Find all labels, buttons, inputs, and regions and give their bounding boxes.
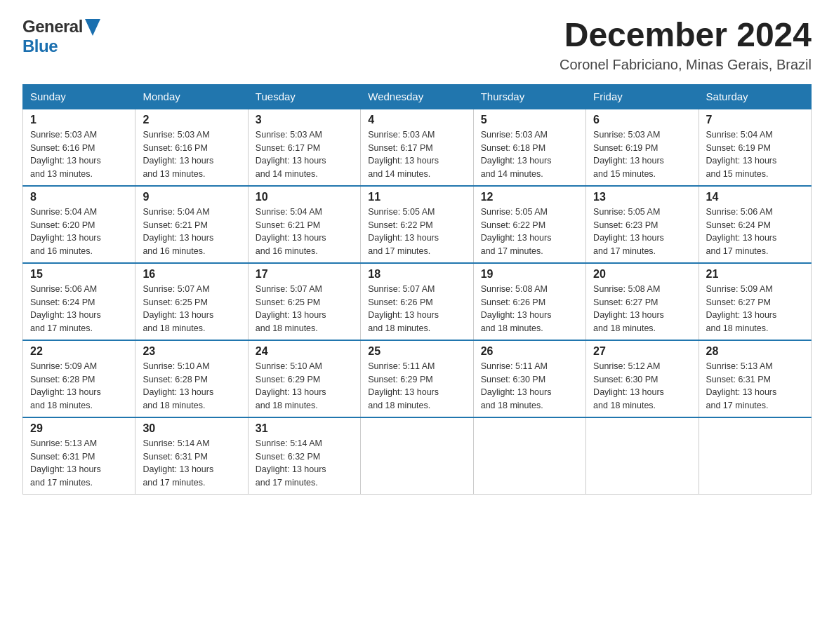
- day-info: Sunrise: 5:03 AM Sunset: 6:16 PM Dayligh…: [143, 128, 240, 181]
- day-info: Sunrise: 5:03 AM Sunset: 6:17 PM Dayligh…: [368, 128, 465, 181]
- calendar-week-row: 29 Sunrise: 5:13 AM Sunset: 6:31 PM Dayl…: [23, 417, 812, 495]
- day-number: 23: [143, 345, 240, 358]
- day-info: Sunrise: 5:10 AM Sunset: 6:28 PM Dayligh…: [143, 360, 240, 412]
- day-number: 15: [30, 268, 128, 281]
- calendar-cell: 6 Sunrise: 5:03 AM Sunset: 6:19 PM Dayli…: [586, 109, 699, 186]
- calendar-cell: 30 Sunrise: 5:14 AM Sunset: 6:31 PM Dayl…: [135, 417, 248, 495]
- day-number: 6: [593, 114, 691, 126]
- header: General Blue December 2024 Coronel Fabri…: [22, 17, 812, 73]
- day-info: Sunrise: 5:03 AM Sunset: 6:18 PM Dayligh…: [481, 128, 578, 181]
- day-info: Sunrise: 5:05 AM Sunset: 6:22 PM Dayligh…: [481, 206, 578, 258]
- weekday-header-sunday: Sunday: [23, 84, 135, 109]
- weekday-header-thursday: Thursday: [473, 84, 585, 109]
- calendar-cell: 27 Sunrise: 5:12 AM Sunset: 6:30 PM Dayl…: [586, 340, 699, 417]
- svg-marker-0: [85, 19, 100, 36]
- calendar-cell: [361, 417, 473, 495]
- day-number: 17: [256, 268, 353, 281]
- calendar-cell: 25 Sunrise: 5:11 AM Sunset: 6:29 PM Dayl…: [361, 340, 473, 417]
- day-info: Sunrise: 5:06 AM Sunset: 6:24 PM Dayligh…: [30, 283, 128, 335]
- day-number: 3: [256, 114, 353, 126]
- calendar-week-row: 8 Sunrise: 5:04 AM Sunset: 6:20 PM Dayli…: [23, 186, 812, 263]
- logo-triangle-icon: [85, 19, 100, 36]
- day-info: Sunrise: 5:07 AM Sunset: 6:25 PM Dayligh…: [143, 283, 240, 335]
- day-info: Sunrise: 5:03 AM Sunset: 6:17 PM Dayligh…: [256, 128, 353, 181]
- day-number: 8: [30, 191, 128, 203]
- calendar-cell: 8 Sunrise: 5:04 AM Sunset: 6:20 PM Dayli…: [23, 186, 135, 263]
- day-info: Sunrise: 5:09 AM Sunset: 6:27 PM Dayligh…: [706, 283, 804, 335]
- day-number: 5: [481, 114, 578, 126]
- day-number: 11: [368, 191, 465, 203]
- day-number: 12: [481, 191, 578, 203]
- day-number: 27: [593, 345, 691, 358]
- calendar-cell: 31 Sunrise: 5:14 AM Sunset: 6:32 PM Dayl…: [248, 417, 360, 495]
- logo: General Blue: [22, 17, 100, 56]
- day-number: 29: [30, 422, 128, 435]
- day-info: Sunrise: 5:03 AM Sunset: 6:19 PM Dayligh…: [593, 128, 691, 181]
- calendar-table: SundayMondayTuesdayWednesdayThursdayFrid…: [22, 84, 812, 495]
- calendar-cell: 20 Sunrise: 5:08 AM Sunset: 6:27 PM Dayl…: [586, 263, 699, 340]
- day-info: Sunrise: 5:14 AM Sunset: 6:32 PM Dayligh…: [256, 437, 353, 490]
- day-number: 7: [706, 114, 804, 126]
- day-number: 18: [368, 268, 465, 281]
- logo-blue-text: Blue: [22, 36, 58, 55]
- day-info: Sunrise: 5:04 AM Sunset: 6:19 PM Dayligh…: [706, 128, 804, 181]
- calendar-week-row: 15 Sunrise: 5:06 AM Sunset: 6:24 PM Dayl…: [23, 263, 812, 340]
- calendar-cell: 13 Sunrise: 5:05 AM Sunset: 6:23 PM Dayl…: [586, 186, 699, 263]
- day-number: 19: [481, 268, 578, 281]
- calendar-week-row: 1 Sunrise: 5:03 AM Sunset: 6:16 PM Dayli…: [23, 109, 812, 186]
- day-number: 25: [368, 345, 465, 358]
- location-subtitle: Coronel Fabriciano, Minas Gerais, Brazil: [560, 57, 812, 73]
- day-number: 1: [30, 114, 128, 126]
- day-number: 16: [143, 268, 240, 281]
- calendar-cell: [586, 417, 699, 495]
- calendar-cell: 7 Sunrise: 5:04 AM Sunset: 6:19 PM Dayli…: [699, 109, 811, 186]
- day-number: 22: [30, 345, 128, 358]
- weekday-header-saturday: Saturday: [699, 84, 811, 109]
- calendar-cell: 21 Sunrise: 5:09 AM Sunset: 6:27 PM Dayl…: [699, 263, 811, 340]
- calendar-cell: 11 Sunrise: 5:05 AM Sunset: 6:22 PM Dayl…: [361, 186, 473, 263]
- day-info: Sunrise: 5:12 AM Sunset: 6:30 PM Dayligh…: [593, 360, 691, 412]
- page-title: December 2024: [560, 17, 812, 54]
- day-info: Sunrise: 5:14 AM Sunset: 6:31 PM Dayligh…: [143, 437, 240, 490]
- day-info: Sunrise: 5:13 AM Sunset: 6:31 PM Dayligh…: [706, 360, 804, 412]
- calendar-cell: 18 Sunrise: 5:07 AM Sunset: 6:26 PM Dayl…: [361, 263, 473, 340]
- calendar-cell: 19 Sunrise: 5:08 AM Sunset: 6:26 PM Dayl…: [473, 263, 585, 340]
- calendar-cell: 12 Sunrise: 5:05 AM Sunset: 6:22 PM Dayl…: [473, 186, 585, 263]
- day-info: Sunrise: 5:11 AM Sunset: 6:29 PM Dayligh…: [368, 360, 465, 412]
- day-info: Sunrise: 5:09 AM Sunset: 6:28 PM Dayligh…: [30, 360, 128, 412]
- calendar-cell: 15 Sunrise: 5:06 AM Sunset: 6:24 PM Dayl…: [23, 263, 135, 340]
- day-info: Sunrise: 5:07 AM Sunset: 6:25 PM Dayligh…: [256, 283, 353, 335]
- day-info: Sunrise: 5:08 AM Sunset: 6:27 PM Dayligh…: [593, 283, 691, 335]
- day-number: 20: [593, 268, 691, 281]
- day-number: 24: [256, 345, 353, 358]
- day-info: Sunrise: 5:05 AM Sunset: 6:23 PM Dayligh…: [593, 206, 691, 258]
- calendar-cell: 3 Sunrise: 5:03 AM Sunset: 6:17 PM Dayli…: [248, 109, 360, 186]
- calendar-cell: 28 Sunrise: 5:13 AM Sunset: 6:31 PM Dayl…: [699, 340, 811, 417]
- calendar-cell: [699, 417, 811, 495]
- calendar-cell: 2 Sunrise: 5:03 AM Sunset: 6:16 PM Dayli…: [135, 109, 248, 186]
- calendar-cell: 24 Sunrise: 5:10 AM Sunset: 6:29 PM Dayl…: [248, 340, 360, 417]
- calendar-cell: 22 Sunrise: 5:09 AM Sunset: 6:28 PM Dayl…: [23, 340, 135, 417]
- calendar-cell: 9 Sunrise: 5:04 AM Sunset: 6:21 PM Dayli…: [135, 186, 248, 263]
- weekday-header-monday: Monday: [135, 84, 248, 109]
- calendar-cell: 10 Sunrise: 5:04 AM Sunset: 6:21 PM Dayl…: [248, 186, 360, 263]
- day-info: Sunrise: 5:04 AM Sunset: 6:21 PM Dayligh…: [256, 206, 353, 258]
- calendar-cell: 16 Sunrise: 5:07 AM Sunset: 6:25 PM Dayl…: [135, 263, 248, 340]
- day-number: 2: [143, 114, 240, 126]
- day-number: 13: [593, 191, 691, 203]
- day-info: Sunrise: 5:07 AM Sunset: 6:26 PM Dayligh…: [368, 283, 465, 335]
- day-info: Sunrise: 5:06 AM Sunset: 6:24 PM Dayligh…: [706, 206, 804, 258]
- calendar-cell: 26 Sunrise: 5:11 AM Sunset: 6:30 PM Dayl…: [473, 340, 585, 417]
- day-number: 4: [368, 114, 465, 126]
- day-number: 30: [143, 422, 240, 435]
- day-info: Sunrise: 5:10 AM Sunset: 6:29 PM Dayligh…: [256, 360, 353, 412]
- day-info: Sunrise: 5:05 AM Sunset: 6:22 PM Dayligh…: [368, 206, 465, 258]
- day-info: Sunrise: 5:08 AM Sunset: 6:26 PM Dayligh…: [481, 283, 578, 335]
- day-info: Sunrise: 5:03 AM Sunset: 6:16 PM Dayligh…: [30, 128, 128, 181]
- calendar-cell: [473, 417, 585, 495]
- day-number: 26: [481, 345, 578, 358]
- day-number: 31: [256, 422, 353, 435]
- calendar-cell: 4 Sunrise: 5:03 AM Sunset: 6:17 PM Dayli…: [361, 109, 473, 186]
- weekday-header-wednesday: Wednesday: [361, 84, 473, 109]
- day-number: 28: [706, 345, 804, 358]
